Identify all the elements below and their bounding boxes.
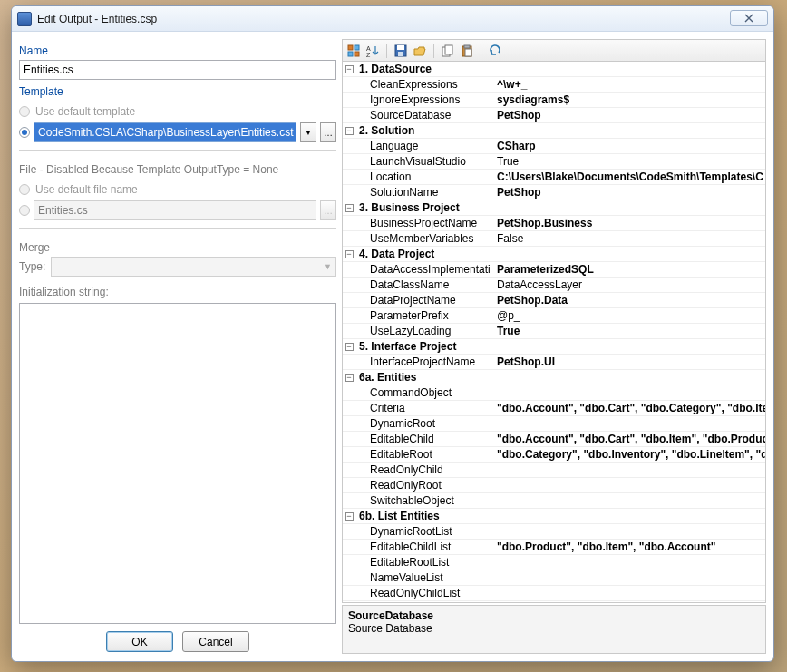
- property-row[interactable]: EditableChild"dbo.Account", "dbo.Cart", …: [343, 432, 765, 447]
- property-grid[interactable]: −1. DataSourceCleanExpressions^\w+_Ignor…: [342, 61, 766, 603]
- property-value[interactable]: PetShop: [491, 186, 765, 199]
- description-pane: SourceDatabase Source Database: [342, 605, 766, 654]
- property-row[interactable]: SolutionNamePetShop: [343, 185, 765, 200]
- expand-icon[interactable]: −: [343, 250, 355, 258]
- property-row[interactable]: SwitchableObject: [343, 493, 765, 509]
- name-input[interactable]: [19, 60, 336, 80]
- expand-icon[interactable]: −: [343, 343, 355, 351]
- property-row[interactable]: NameValueList: [343, 570, 765, 586]
- property-row[interactable]: ReadOnlyList: [343, 601, 765, 603]
- property-value[interactable]: PetShop: [491, 109, 765, 122]
- open-icon[interactable]: [413, 44, 427, 58]
- property-row[interactable]: LaunchVisualStudioTrue: [343, 154, 765, 170]
- separator: [19, 150, 336, 151]
- property-value[interactable]: sysdiagrams$: [491, 93, 765, 106]
- property-value[interactable]: "dbo.Account", "dbo.Cart", "dbo.Item", "…: [491, 433, 765, 445]
- property-category[interactable]: −5. Interface Project: [343, 339, 765, 355]
- file-note: File - Disabled Because Template OutputT…: [19, 163, 336, 176]
- property-row[interactable]: EditableRoot"dbo.Category", "dbo.Invento…: [343, 447, 765, 463]
- property-row[interactable]: IgnoreExpressionssysdiagrams$: [343, 93, 765, 108]
- dialog-buttons: OK Cancel: [19, 624, 336, 654]
- property-row[interactable]: InterfaceProjectNamePetShop.UI: [343, 355, 765, 370]
- property-category[interactable]: −1. DataSource: [343, 62, 765, 77]
- paste-icon[interactable]: [460, 44, 474, 58]
- property-value[interactable]: PetShop.Data: [491, 294, 765, 307]
- property-row[interactable]: UseLazyLoadingTrue: [343, 324, 765, 339]
- property-toolbar: AZ: [342, 39, 766, 61]
- expand-icon[interactable]: −: [343, 204, 355, 212]
- radio-custom-template[interactable]: [19, 127, 30, 138]
- template-browse-button[interactable]: …: [320, 122, 336, 142]
- property-value[interactable]: @p_: [491, 309, 765, 322]
- property-value[interactable]: ParameterizedSQL: [491, 263, 765, 276]
- save-icon[interactable]: [394, 44, 408, 58]
- expand-icon[interactable]: −: [343, 127, 355, 135]
- property-key: DataProjectName: [355, 293, 491, 307]
- cancel-button[interactable]: Cancel: [182, 631, 249, 652]
- expand-icon[interactable]: −: [343, 512, 355, 521]
- property-row[interactable]: EditableRootList: [343, 555, 765, 570]
- property-value[interactable]: True: [491, 155, 765, 168]
- property-value[interactable]: "dbo.Product", "dbo.Item", "dbo.Account": [491, 541, 765, 553]
- initialization-string-input[interactable]: [19, 303, 336, 624]
- property-value[interactable]: ^\w+_: [491, 78, 765, 91]
- svg-rect-12: [464, 45, 470, 48]
- categorize-icon[interactable]: [346, 44, 361, 58]
- property-key: DataAccessImplementation: [355, 262, 491, 277]
- property-category[interactable]: −4. Data Project: [343, 247, 765, 262]
- property-row[interactable]: BusinessProjectNamePetShop.Business: [343, 216, 765, 231]
- property-row[interactable]: CommandObject: [343, 385, 765, 401]
- toolbar-separator-2: [433, 44, 434, 58]
- property-row[interactable]: DynamicRootList: [343, 524, 765, 540]
- ok-button[interactable]: OK: [106, 631, 173, 652]
- property-value[interactable]: "dbo.Category", "dbo.Inventory", "dbo.Li…: [491, 448, 765, 461]
- property-row[interactable]: Criteria"dbo.Account", "dbo.Cart", "dbo.…: [343, 401, 765, 416]
- property-value[interactable]: True: [491, 325, 765, 337]
- property-value[interactable]: PetShop.UI: [491, 355, 765, 368]
- property-value[interactable]: DataAccessLayer: [491, 278, 765, 291]
- close-button[interactable]: [730, 10, 768, 26]
- property-row[interactable]: ReadOnlyChild: [343, 463, 765, 478]
- property-row[interactable]: CleanExpressions^\w+_: [343, 77, 765, 93]
- cancel-label: Cancel: [199, 636, 232, 648]
- property-category[interactable]: −6b. List Entities: [343, 509, 765, 524]
- property-row[interactable]: LanguageCSharp: [343, 139, 765, 154]
- property-value[interactable]: PetShop.Business: [491, 217, 765, 229]
- property-row[interactable]: DataClassNameDataAccessLayer: [343, 278, 765, 293]
- expand-icon[interactable]: −: [343, 374, 355, 382]
- template-dropdown-button[interactable]: ▼: [300, 122, 316, 142]
- property-row[interactable]: ParameterPrefix@p_: [343, 308, 765, 324]
- property-value[interactable]: "dbo.Account", "dbo.Cart", "dbo.Category…: [491, 402, 765, 414]
- use-default-filename-label: Use default file name: [35, 183, 138, 196]
- ok-label: OK: [131, 636, 147, 648]
- property-row[interactable]: LocationC:\Users\Blake\Documents\CodeSmi…: [343, 170, 765, 185]
- copy-icon[interactable]: [441, 44, 455, 58]
- property-key: Language: [355, 139, 491, 153]
- property-row[interactable]: DataProjectNamePetShop.Data: [343, 293, 765, 308]
- category-name: 6a. Entities: [355, 370, 765, 385]
- property-category[interactable]: −6a. Entities: [343, 370, 765, 385]
- property-row[interactable]: DataAccessImplementationParameterizedSQL: [343, 262, 765, 278]
- property-value[interactable]: False: [491, 232, 765, 245]
- expand-icon[interactable]: −: [343, 65, 355, 73]
- property-row[interactable]: DynamicRoot: [343, 416, 765, 432]
- template-path-input[interactable]: CodeSmith.CSLA\CSharp\BusinessLayer\Enti…: [34, 122, 296, 142]
- property-value[interactable]: C:\Users\Blake\Documents\CodeSmith\Templ…: [491, 170, 765, 183]
- property-value[interactable]: CSharp: [491, 140, 765, 152]
- property-row[interactable]: ReadOnlyRoot: [343, 478, 765, 493]
- property-key: EditableRootList: [355, 555, 491, 570]
- property-row[interactable]: UseMemberVariablesFalse: [343, 231, 765, 247]
- file-row: Entities.cs …: [19, 200, 336, 220]
- property-key: CommandObject: [355, 385, 491, 400]
- property-row[interactable]: SourceDatabasePetShop: [343, 108, 765, 123]
- property-row[interactable]: ReadOnlyChildList: [343, 586, 765, 601]
- property-key: ParameterPrefix: [355, 308, 491, 323]
- property-category[interactable]: −3. Business Project: [343, 200, 765, 216]
- svg-rect-10: [445, 45, 452, 54]
- undo-icon[interactable]: [488, 44, 502, 58]
- sort-icon[interactable]: AZ: [365, 44, 380, 58]
- toolbar-separator-3: [481, 44, 481, 58]
- titlebar[interactable]: Edit Output - Entities.csp: [12, 6, 773, 32]
- property-row[interactable]: EditableChildList"dbo.Product", "dbo.Ite…: [343, 540, 765, 555]
- property-category[interactable]: −2. Solution: [343, 123, 765, 139]
